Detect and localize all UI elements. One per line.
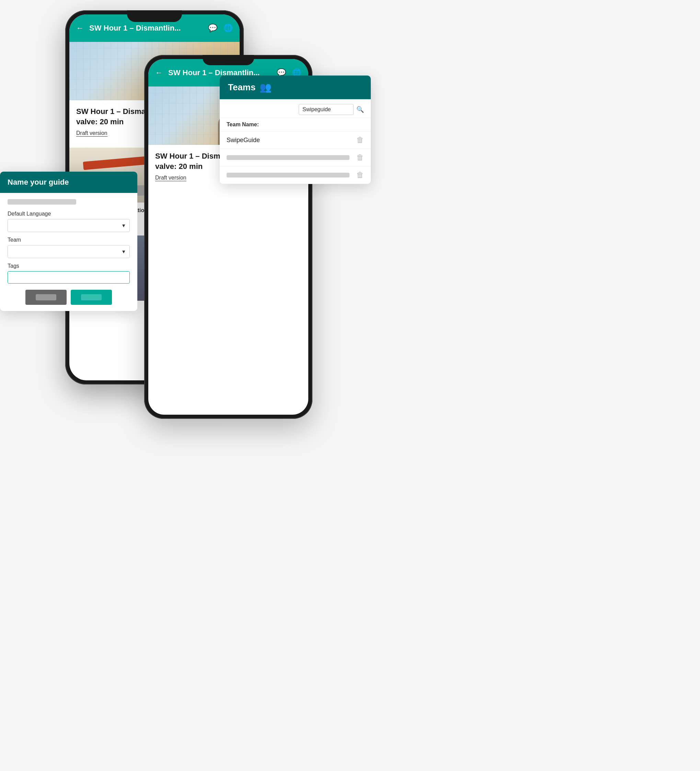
team-row-2: 🗑	[220, 149, 371, 166]
modal-buttons	[8, 290, 130, 305]
tags-label: Tags	[8, 263, 130, 269]
cancel-button-label	[36, 294, 56, 300]
search-icon: 🔍	[357, 106, 364, 113]
language-dropdown-arrow-icon: ▼	[121, 223, 126, 228]
modal-title: Name your guide	[8, 178, 68, 186]
cancel-button[interactable]	[25, 290, 67, 305]
team-placeholder-bar-3	[226, 172, 350, 177]
trash-icon-1[interactable]: 🗑	[357, 136, 364, 145]
back-arrow-2-icon[interactable]: ←	[155, 68, 163, 77]
phone-notch-2	[203, 55, 254, 65]
team-placeholder-bar-2	[226, 155, 350, 160]
team-select[interactable]: ▼	[8, 245, 130, 258]
comment-icon[interactable]: 💬	[208, 24, 217, 33]
teams-panel-header: Teams 👥	[220, 75, 371, 99]
trash-icon-3[interactable]: 🗑	[357, 171, 364, 179]
tags-input[interactable]	[8, 271, 130, 283]
teams-title: Teams	[228, 82, 256, 93]
teams-search-input[interactable]	[299, 104, 353, 115]
teams-col-header: Team Name:	[220, 118, 371, 132]
app-title: SW Hour 1 – Dismantlin...	[89, 24, 202, 33]
draft-badge-2[interactable]: Draft version	[155, 175, 186, 181]
save-button[interactable]	[71, 290, 112, 305]
team-name-1: SwipeGuide	[226, 137, 260, 144]
save-button-label	[81, 294, 102, 300]
trash-icon-2[interactable]: 🗑	[357, 153, 364, 162]
team-label: Team	[8, 237, 130, 243]
team-row-3: 🗑	[220, 166, 371, 184]
guide-name-placeholder-bar	[8, 199, 76, 205]
language-select[interactable]: ▼	[8, 219, 130, 232]
modal-header: Name your guide	[0, 172, 137, 193]
phone-notch-1	[127, 10, 182, 22]
language-label: Default Language	[8, 211, 130, 217]
teams-search-row: 🔍	[220, 99, 371, 118]
back-arrow-icon[interactable]: ←	[76, 24, 84, 33]
teams-panel: Teams 👥 🔍 Team Name: SwipeGuide 🗑 🗑 🗑	[220, 75, 371, 184]
team-row-1: SwipeGuide 🗑	[220, 132, 371, 149]
teams-people-icon: 👥	[260, 82, 272, 93]
globe-icon[interactable]: 🌐	[223, 24, 233, 33]
team-dropdown-arrow-icon: ▼	[121, 249, 126, 254]
draft-badge[interactable]: Draft version	[76, 130, 107, 137]
modal-body: Default Language ▼ Team ▼ Tags	[0, 193, 137, 311]
guide-modal: Name your guide Default Language ▼ Team …	[0, 172, 137, 311]
